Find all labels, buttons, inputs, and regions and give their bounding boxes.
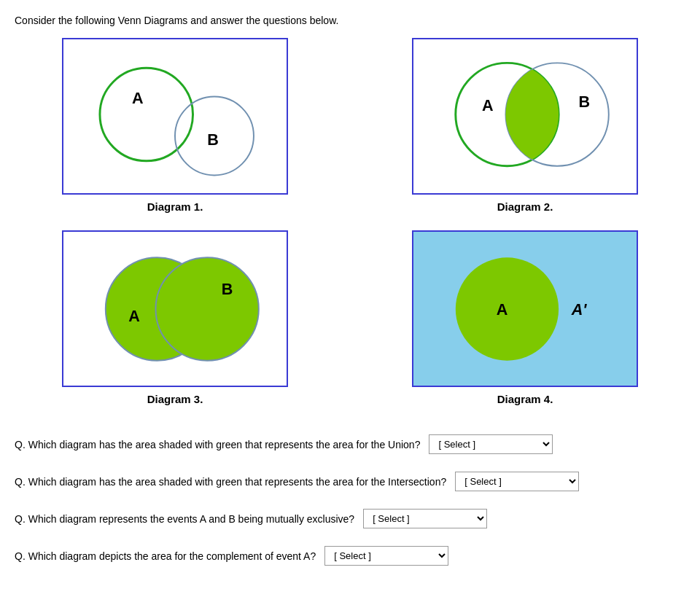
question-row-2: Q. Which diagram has the area shaded wit… [15,472,685,491]
q3-text: Q. Which diagram represents the events A… [15,513,354,525]
q3-select[interactable]: [ Select ] Diagram 1 Diagram 2 Diagram 3… [363,509,487,528]
diagram3-label-a: A [128,307,140,325]
diagram1-label-a: A [132,89,144,107]
svg-point-8 [156,257,259,360]
q4-text: Q. Which diagram depicts the area for th… [15,550,316,562]
questions-section: Q. Which diagram has the area shaded wit… [15,434,685,566]
diagram1-label-b: B [207,130,219,149]
question-row-3: Q. Which diagram represents the events A… [15,509,685,528]
svg-point-0 [100,68,193,161]
q1-select[interactable]: [ Select ] Diagram 1 Diagram 2 Diagram 3… [429,434,553,454]
diagram4-label-a: A [497,300,508,319]
diagram3-label: Diagram 3. [147,393,203,405]
diagram1-svg: A B [63,39,287,193]
diagram2-label-a: A [482,96,494,114]
diagram2-label-b: B [579,93,591,111]
diagram2-svg: A B [413,39,637,193]
diagram4-label-a-prime: A' [571,300,588,319]
diagrams-grid: A B Diagram 1. [15,38,685,405]
diagram1-container: A B Diagram 1. [15,38,335,213]
diagram4-svg: A A' [413,232,637,386]
diagram2-container: A B Diagram 2. [365,38,685,213]
q2-select[interactable]: [ Select ] Diagram 1 Diagram 2 Diagram 3… [455,472,579,491]
diagram2-label: Diagram 2. [497,200,553,213]
q1-text: Q. Which diagram has the area shaded wit… [15,439,420,450]
question-row-1: Q. Which diagram has the area shaded wit… [15,434,685,454]
diagram2-box: A B [412,38,638,195]
diagram1-label: Diagram 1. [147,200,203,213]
diagram3-box: A B [62,230,288,387]
diagram3-svg: A B [63,232,287,386]
diagram3-label-b: B [222,280,233,298]
question-row-4: Q. Which diagram depicts the area for th… [15,546,685,566]
diagram4-container: A A' Diagram 4. [365,230,685,405]
diagram4-box: A A' [412,230,638,387]
diagram4-label: Diagram 4. [497,393,553,405]
q2-text: Q. Which diagram has the area shaded wit… [15,476,446,488]
diagram1-box: A B [62,38,288,195]
q4-select[interactable]: [ Select ] Diagram 1 Diagram 2 Diagram 3… [324,546,448,566]
intro-text: Consider the following Venn Diagrams and… [15,15,685,26]
diagram3-container: A B Diagram 3. [15,230,335,405]
